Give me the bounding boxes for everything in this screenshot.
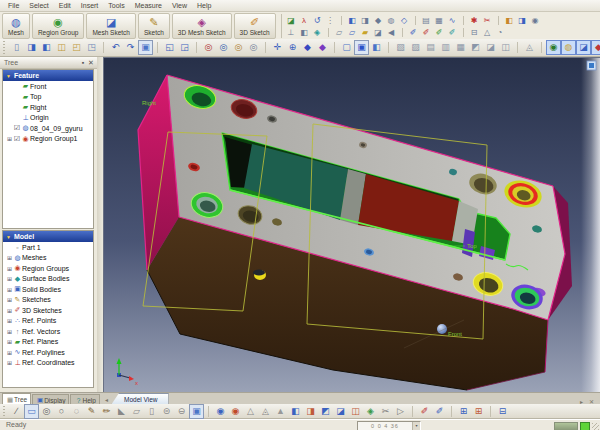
toolbar-icon[interactable]: | (192, 40, 201, 55)
big-toolbar-button[interactable]: ◈ 3D Mesh Sketch (172, 13, 232, 39)
toolbar-icon[interactable]: △ (481, 26, 494, 39)
toolbar-icon[interactable]: ▣ (138, 40, 153, 55)
menu-item[interactable]: Edit (54, 0, 76, 11)
model-tree-header[interactable]: ▼ Model (3, 231, 93, 242)
toolbar-icon[interactable]: ◈ (363, 404, 378, 419)
tree-item[interactable]: ⊞ ✐ 3D Sketches (3, 305, 93, 316)
toolbar-icon[interactable]: ▣ (189, 404, 204, 419)
menu-item[interactable]: View (167, 0, 192, 11)
toolbar-icon[interactable]: ◧ (288, 404, 303, 419)
toolbar-icon[interactable]: ◧ (39, 40, 54, 55)
expand-toggle[interactable]: ⊞ (6, 275, 13, 282)
toolbar-icon[interactable]: ◎ (231, 40, 246, 55)
menu-item[interactable]: Measure (130, 0, 167, 11)
big-toolbar-button[interactable]: ◍ Mesh (2, 13, 30, 39)
expand-toggle[interactable]: ⊞ (6, 349, 13, 356)
big-toolbar-button[interactable]: ◉ Region Group (32, 13, 84, 39)
toolbar-icon[interactable]: ○ (54, 404, 69, 419)
toolbar-icon[interactable]: ⊕ (285, 40, 300, 55)
toolbar-icon[interactable]: ▷ (393, 404, 408, 419)
menu-item[interactable]: Insert (76, 0, 104, 11)
toolbar-icon[interactable]: ▤ (423, 40, 438, 55)
toolbar-icon[interactable]: △ (243, 404, 258, 419)
toolbar-icon[interactable]: ⊜ (159, 404, 174, 419)
viewport-canvas[interactable]: Right Top Front x (104, 58, 600, 392)
toolbar-icon[interactable]: ◉ (529, 14, 542, 27)
toolbar-icon[interactable]: ◧ (369, 40, 384, 55)
expand-toggle[interactable]: ⊞ (6, 296, 13, 303)
toolbar-icon[interactable]: ✏ (99, 404, 114, 419)
toolbar-icon[interactable]: ✎ (84, 404, 99, 419)
toolbar-icon[interactable]: ▯ (144, 404, 159, 419)
toolbar-icon[interactable]: ◲ (177, 40, 192, 55)
toolbar-icon[interactable]: ▰ (359, 26, 372, 39)
menu-item[interactable]: Tools (103, 0, 129, 11)
toolbar-icon[interactable]: ◬ (522, 40, 537, 55)
tree-item[interactable]: ⊞ ▰ Ref. Planes (3, 337, 93, 348)
toolbar-icon[interactable]: ◆ (315, 40, 330, 55)
toolbar-icon[interactable]: ✐ (432, 404, 447, 419)
toolbar-icon[interactable]: | (153, 40, 162, 55)
toolbar-icon[interactable]: ✛ (270, 40, 285, 55)
toolbar-icon[interactable]: ◨ (303, 404, 318, 419)
toolbar-icon[interactable]: ✐ (417, 404, 432, 419)
tree-item[interactable]: ⊥ Origin (3, 113, 93, 124)
toolbar-icon[interactable]: | (537, 40, 546, 55)
toolbar-icon[interactable]: ▧ (393, 40, 408, 55)
expand-toggle[interactable]: ⊞ (6, 286, 13, 293)
toolbar-icon[interactable]: ▱ (346, 26, 359, 39)
toolbar-icon[interactable]: | (447, 404, 456, 419)
viewport-corner-icon[interactable] (587, 61, 596, 70)
tree-item[interactable]: ⊞ ▣ Solid Bodies (3, 284, 93, 295)
close-panel-button[interactable]: ✕ (87, 58, 95, 67)
toolbar-icon[interactable]: ✐ (446, 26, 459, 39)
toolbar-icon[interactable]: ▢ (339, 40, 354, 55)
menu-item[interactable]: Select (24, 0, 53, 11)
expand-toggle[interactable]: ⊞ (6, 265, 13, 272)
expand-toggle[interactable]: ⊞ (6, 317, 13, 324)
expand-toggle[interactable]: ⊞ (6, 135, 13, 142)
toolbar-icon[interactable]: ◀ (385, 26, 398, 39)
tree-item[interactable]: ⊞ ∴ Ref. Points (3, 316, 93, 327)
toolbar-icon[interactable]: ◫ (348, 404, 363, 419)
toolbar-icon[interactable]: ◨ (24, 40, 39, 55)
big-toolbar-button[interactable]: ◪ Mesh Sketch (86, 13, 136, 39)
toolbar-icon[interactable]: ◍ (561, 40, 576, 55)
toolbar-icon[interactable]: ◔ (494, 26, 507, 39)
toolbar-icon[interactable]: | (494, 14, 503, 27)
menu-item[interactable]: Help (192, 0, 216, 11)
toolbar-icon[interactable]: ◎ (39, 404, 54, 419)
toolbar-drag-handle[interactable] (2, 40, 7, 55)
toolbar-icon[interactable]: ◫ (498, 40, 513, 55)
toolbar-icon[interactable]: ◎ (201, 40, 216, 55)
toolbar-icon[interactable]: | (486, 404, 495, 419)
toolbar-icon[interactable]: ▱ (129, 404, 144, 419)
toolbar-icon[interactable]: | (261, 40, 270, 55)
tree-item[interactable]: ⊞ ◍ Meshes (3, 253, 93, 264)
toolbar-icon[interactable]: ↶ (108, 40, 123, 55)
toolbar-icon[interactable]: ◎ (246, 40, 261, 55)
model-viewport[interactable]: Right Top Front x (103, 57, 600, 392)
toolbar-icon[interactable]: ◳ (84, 40, 99, 55)
expand-toggle[interactable]: ⊞ (6, 359, 13, 366)
toolbar-icon[interactable]: ✐ (433, 26, 446, 39)
toolbar-icon[interactable]: ◪ (333, 404, 348, 419)
tree-item[interactable]: ⊞ ☑ ◉ Region Group1 (3, 134, 93, 145)
expand-toggle[interactable]: ⊞ (6, 307, 13, 314)
toolbar-icon[interactable]: ▯ (9, 40, 24, 55)
toolbar-icon[interactable]: ◪ (483, 40, 498, 55)
tree-item[interactable]: ⊞ ✎ Sketches (3, 295, 93, 306)
toolbar-icon[interactable]: ▱ (333, 26, 346, 39)
toolbar-icon[interactable]: ⊟ (468, 26, 481, 39)
pin-button[interactable]: ▪ (79, 58, 87, 67)
item-checkbox[interactable]: ☑ (13, 124, 21, 132)
toolbar-icon[interactable]: ▭ (24, 404, 39, 419)
toolbar-icon[interactable]: ▦ (453, 40, 468, 55)
item-checkbox[interactable]: ☑ (13, 135, 21, 143)
toolbar-icon[interactable]: | (513, 40, 522, 55)
toolbar-icon[interactable]: ▨ (408, 40, 423, 55)
big-toolbar-button[interactable]: ✎ Sketch (138, 13, 170, 39)
toolbar-icon[interactable]: | (337, 14, 346, 27)
toolbar-icon[interactable]: ◱ (162, 40, 177, 55)
tree-item[interactable]: ☑ ◍ 08_04_09_gyuru (3, 123, 93, 134)
